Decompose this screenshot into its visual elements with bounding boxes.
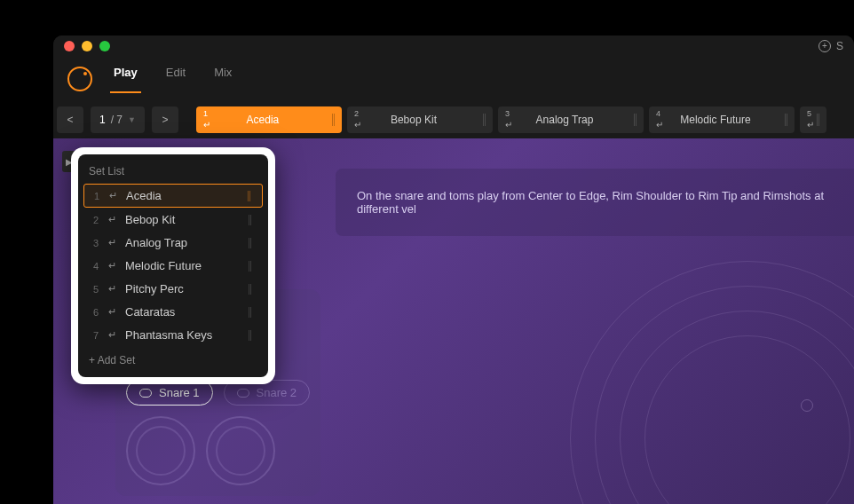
drag-handle-icon[interactable] (782, 106, 791, 133)
set-item-label: Melodic Future (125, 259, 240, 272)
return-arrow-icon: ↵ (108, 306, 116, 318)
header: Play Edit Mix (53, 57, 854, 101)
set-list-popover: Set List 1 ↵ Acedia 2 ↵ Bebop Kit 3 ↵ An… (71, 147, 275, 384)
prev-button[interactable]: < (57, 106, 83, 133)
drag-handle-icon[interactable] (249, 215, 254, 225)
set-item-label: Cataratas (125, 305, 240, 319)
pad-circle[interactable] (206, 416, 275, 485)
hint-text: On the snare and toms play from Center t… (357, 189, 833, 216)
drag-handle-icon[interactable] (249, 238, 254, 248)
return-arrow-icon: ↵ (354, 120, 361, 130)
traffic-lights (64, 41, 110, 51)
drag-handle-icon[interactable] (249, 261, 254, 272)
set-item-number: 3 (92, 238, 99, 248)
return-arrow-icon: ↵ (109, 190, 117, 201)
return-arrow-icon: ↵ (108, 283, 116, 295)
maximize-window-button[interactable] (99, 41, 110, 51)
set-chip[interactable]: 2 ↵ Bebop Kit (347, 106, 493, 133)
drag-handle-icon[interactable] (249, 307, 254, 318)
close-window-button[interactable] (64, 41, 75, 51)
app-logo (67, 67, 92, 91)
set-item-number: 1 (93, 191, 100, 201)
next-button[interactable]: > (152, 106, 178, 133)
chip-number: 5 (807, 109, 811, 118)
drum-icon (237, 389, 249, 398)
set-chip[interactable]: 3 ↵ Analog Trap (498, 106, 644, 133)
drag-handle-icon[interactable] (631, 106, 640, 133)
return-arrow-icon: ↵ (203, 120, 210, 130)
return-arrow-icon: ↵ (108, 237, 116, 248)
snare-1-label: Snare 1 (159, 386, 200, 399)
titlebar: + S (53, 35, 854, 57)
set-chip[interactable]: 1 ↵ Acedia (196, 106, 342, 133)
chevron-down-icon: ▼ (128, 115, 136, 124)
page-total: / 7 (111, 114, 123, 126)
drum-icon (139, 389, 152, 398)
chip-label: Acedia (196, 114, 329, 126)
tab-mix[interactable]: Mix (214, 66, 232, 93)
set-chip[interactable]: 5 ↵ (800, 106, 826, 133)
pad-circle[interactable] (126, 416, 195, 485)
set-item-number: 7 (92, 330, 99, 341)
return-arrow-icon: ↵ (108, 214, 116, 225)
add-icon[interactable]: + (818, 40, 831, 52)
set-bar: < 1 / 7 ▼ > 1 ↵ Acedia 2 ↵ Bebop Kit 3 ↵… (53, 101, 854, 138)
return-arrow-icon: ↵ (505, 120, 512, 130)
set-item-number: 2 (92, 215, 99, 225)
main-tabs: Play Edit Mix (114, 66, 232, 93)
background-arcs (570, 261, 854, 504)
titlebar-right: + S (818, 40, 843, 52)
set-list-item[interactable]: 6 ↵ Cataratas (83, 301, 263, 323)
snare-2-label: Snare 2 (257, 386, 297, 399)
set-item-label: Pitchy Perc (125, 282, 240, 295)
set-list-item[interactable]: 2 ↵ Bebop Kit (83, 209, 263, 231)
chip-number: 1 (203, 109, 208, 118)
return-arrow-icon: ↵ (656, 120, 663, 130)
return-arrow-icon: ↵ (108, 329, 116, 341)
page-display[interactable]: 1 / 7 ▼ (91, 106, 145, 133)
set-list-item[interactable]: 4 ↵ Melodic Future (83, 255, 263, 277)
drag-handle-icon[interactable] (249, 330, 254, 341)
tab-play[interactable]: Play (114, 66, 138, 93)
add-set-button[interactable]: + Add Set (78, 347, 268, 374)
set-list-item[interactable]: 7 ↵ Phantasma Keys (83, 324, 263, 346)
chip-label: Analog Trap (498, 114, 631, 126)
set-item-number: 6 (92, 307, 99, 318)
drag-handle-icon[interactable] (329, 106, 338, 133)
set-list-item[interactable]: 1 ↵ Acedia (83, 184, 263, 208)
set-item-label: Phantasma Keys (125, 328, 240, 342)
chip-number: 3 (505, 109, 510, 118)
chip-label: Melodic Future (649, 114, 782, 126)
hint-bar: On the snare and toms play from Center t… (336, 169, 854, 236)
set-list-item[interactable]: 5 ↵ Pitchy Perc (83, 278, 263, 300)
set-item-label: Bebop Kit (125, 213, 240, 226)
set-list-title: Set List (78, 158, 268, 183)
minimize-window-button[interactable] (82, 41, 92, 51)
chip-label: Bebop Kit (347, 114, 480, 126)
page-current: 1 (99, 114, 106, 126)
drag-handle-icon[interactable] (249, 284, 254, 295)
chip-number: 4 (656, 109, 660, 118)
chip-number: 2 (354, 109, 359, 118)
set-item-label: Acedia (126, 189, 239, 202)
drag-handle-icon[interactable] (248, 191, 253, 201)
set-chips: 1 ↵ Acedia 2 ↵ Bebop Kit 3 ↵ Analog Trap… (196, 106, 850, 133)
set-item-label: Analog Trap (125, 236, 240, 249)
return-arrow-icon: ↵ (108, 260, 116, 272)
set-item-number: 4 (92, 261, 99, 272)
tab-edit[interactable]: Edit (166, 66, 186, 93)
set-item-number: 5 (92, 284, 99, 295)
set-list-item[interactable]: 3 ↵ Analog Trap (83, 232, 263, 254)
return-arrow-icon: ↵ (807, 120, 814, 130)
drag-handle-icon[interactable] (480, 106, 489, 133)
drag-handle-icon[interactable] (814, 106, 823, 133)
titlebar-right-label: S (836, 40, 843, 52)
set-chip[interactable]: 4 ↵ Melodic Future (649, 106, 795, 133)
